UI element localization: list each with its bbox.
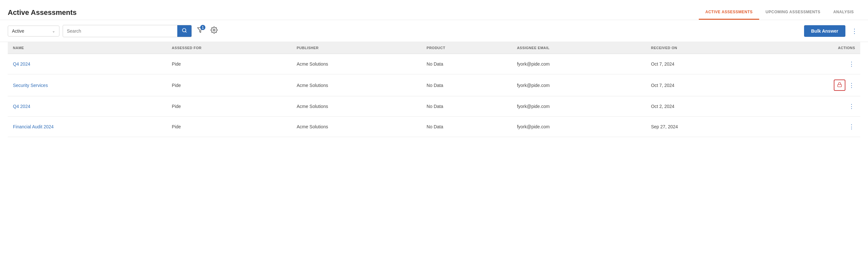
- table-row: Security Services Pide Acme Solutions No…: [8, 74, 860, 96]
- vertical-dots-icon: ⋮: [848, 103, 855, 110]
- status-dropdown[interactable]: Active ⌄: [8, 26, 59, 36]
- chevron-down-icon: ⌄: [52, 29, 55, 33]
- actions-cell-2: ⋮: [767, 102, 855, 111]
- search-input[interactable]: [63, 26, 177, 36]
- cell-publisher-2: Acme Solutions: [291, 96, 422, 117]
- cell-assignee-email-0: fyork@pide.com: [512, 54, 646, 74]
- actions-cell-3: ⋮: [767, 122, 855, 132]
- page-title: Active Assessments: [8, 8, 76, 17]
- col-header-name: NAME: [8, 42, 166, 54]
- row-more-button-1[interactable]: ⋮: [848, 81, 855, 90]
- row-more-button-2[interactable]: ⋮: [848, 102, 855, 111]
- cell-publisher-0: Acme Solutions: [291, 54, 422, 74]
- page-header: Active Assessments ACTIVE ASSESSMENTS UP…: [0, 0, 868, 20]
- col-header-received-on: RECEIVED ON: [646, 42, 762, 54]
- table-body: Q4 2024 Pide Acme Solutions No Data fyor…: [8, 54, 860, 137]
- col-header-assessed-for: ASSESSED FOR: [166, 42, 291, 54]
- cell-actions-1: ⋮: [762, 74, 860, 96]
- actions-cell-1: ⋮: [767, 80, 855, 91]
- assessments-table: NAME ASSESSED FOR PUBLISHER PRODUCT ASSI…: [8, 42, 860, 137]
- cell-assessed-for-0: Pide: [166, 54, 291, 74]
- cell-actions-2: ⋮: [762, 96, 860, 117]
- filter-badge: 1: [200, 25, 206, 30]
- vertical-dots-icon: ⋮: [848, 123, 855, 130]
- tab-active-assessments[interactable]: ACTIVE ASSESSMENTS: [699, 5, 759, 20]
- svg-point-3: [213, 29, 215, 31]
- cell-assignee-email-1: fyork@pide.com: [512, 74, 646, 96]
- cell-name-0: Q4 2024: [8, 54, 166, 74]
- row-link-name-3[interactable]: Financial Audit 2024: [13, 124, 54, 129]
- more-options-button[interactable]: ⋮: [848, 26, 860, 36]
- col-header-publisher: PUBLISHER: [291, 42, 422, 54]
- settings-button[interactable]: [209, 25, 220, 37]
- cell-product-0: No Data: [422, 54, 512, 74]
- lock-icon: [837, 82, 842, 88]
- table-header: NAME ASSESSED FOR PUBLISHER PRODUCT ASSI…: [8, 42, 860, 54]
- cell-actions-0: ⋮: [762, 54, 860, 74]
- col-header-actions: ACTIONS: [762, 42, 860, 54]
- tab-analysis[interactable]: ANALYSIS: [827, 5, 860, 20]
- cell-assessed-for-1: Pide: [166, 74, 291, 96]
- lock-button-1[interactable]: [834, 80, 845, 91]
- vertical-dots-icon: ⋮: [848, 82, 855, 89]
- row-link-name-2[interactable]: Q4 2024: [13, 104, 30, 109]
- page-wrapper: Active Assessments ACTIVE ASSESSMENTS UP…: [0, 0, 868, 256]
- search-container: [63, 25, 192, 37]
- row-more-button-0[interactable]: ⋮: [848, 59, 855, 69]
- table-row: Financial Audit 2024 Pide Acme Solutions…: [8, 117, 860, 137]
- cell-received-on-2: Oct 2, 2024: [646, 96, 762, 117]
- col-header-product: PRODUCT: [422, 42, 512, 54]
- tab-upcoming-assessments[interactable]: UPCOMING ASSESSMENTS: [759, 5, 827, 20]
- table-row: Q4 2024 Pide Acme Solutions No Data fyor…: [8, 96, 860, 117]
- cell-assessed-for-2: Pide: [166, 96, 291, 117]
- svg-line-1: [185, 31, 186, 32]
- cell-assignee-email-2: fyork@pide.com: [512, 96, 646, 117]
- cell-assessed-for-3: Pide: [166, 117, 291, 137]
- cell-name-1: Security Services: [8, 74, 166, 96]
- search-icon: [182, 28, 187, 34]
- cell-name-2: Q4 2024: [8, 96, 166, 117]
- cell-product-1: No Data: [422, 74, 512, 96]
- cell-received-on-0: Oct 7, 2024: [646, 54, 762, 74]
- status-selected-label: Active: [12, 28, 24, 34]
- table-header-row: NAME ASSESSED FOR PUBLISHER PRODUCT ASSI…: [8, 42, 860, 54]
- nav-tabs: ACTIVE ASSESSMENTS UPCOMING ASSESSMENTS …: [699, 5, 860, 20]
- row-more-button-3[interactable]: ⋮: [848, 122, 855, 132]
- toolbar: Active ⌄ 1: [0, 20, 868, 42]
- gear-icon: [211, 27, 218, 35]
- cell-product-2: No Data: [422, 96, 512, 117]
- cell-publisher-1: Acme Solutions: [291, 74, 422, 96]
- row-link-name-0[interactable]: Q4 2024: [13, 61, 30, 66]
- cell-assignee-email-3: fyork@pide.com: [512, 117, 646, 137]
- actions-cell-0: ⋮: [767, 59, 855, 69]
- cell-product-3: No Data: [422, 117, 512, 137]
- vertical-dots-icon: ⋮: [848, 60, 855, 67]
- cell-publisher-3: Acme Solutions: [291, 117, 422, 137]
- row-link-name-1[interactable]: Security Services: [13, 83, 48, 88]
- table-row: Q4 2024 Pide Acme Solutions No Data fyor…: [8, 54, 860, 74]
- table-container: NAME ASSESSED FOR PUBLISHER PRODUCT ASSI…: [0, 42, 868, 256]
- cell-received-on-3: Sep 27, 2024: [646, 117, 762, 137]
- vertical-dots-icon: ⋮: [851, 27, 858, 35]
- cell-received-on-1: Oct 7, 2024: [646, 74, 762, 96]
- cell-name-3: Financial Audit 2024: [8, 117, 166, 137]
- svg-rect-4: [838, 84, 841, 87]
- search-button[interactable]: [177, 25, 191, 37]
- col-header-assignee-email: ASSIGNEE EMAIL: [512, 42, 646, 54]
- cell-actions-3: ⋮: [762, 117, 860, 137]
- filter-button[interactable]: 1: [195, 25, 206, 37]
- bulk-answer-button[interactable]: Bulk Answer: [804, 25, 845, 37]
